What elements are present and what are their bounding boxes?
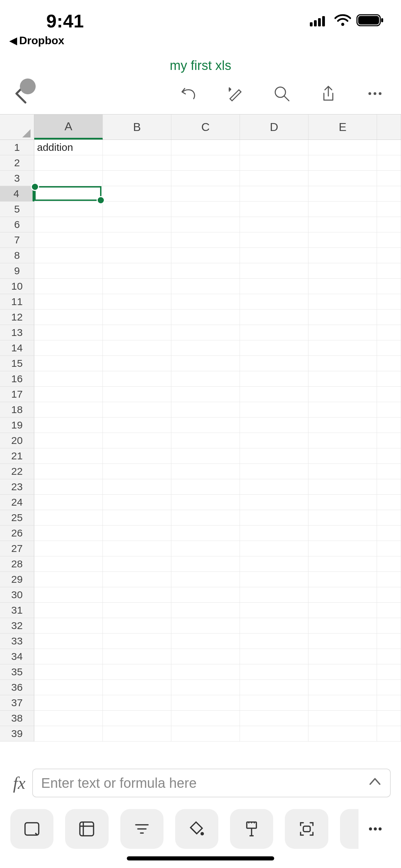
cell[interactable] [171,433,240,448]
cell[interactable] [34,171,103,186]
cell[interactable] [377,186,401,202]
cell[interactable] [171,248,240,263]
row-header[interactable]: 1 [0,140,34,155]
row-header[interactable]: 39 [0,726,34,742]
cell[interactable] [308,664,377,680]
cell[interactable] [308,711,377,726]
cell[interactable] [34,433,103,448]
cell[interactable] [377,371,401,387]
grid-rows[interactable]: 1addition2345678910111213141516171819202… [0,140,401,742]
cell[interactable] [103,325,171,340]
cell[interactable] [308,140,377,155]
cell[interactable] [103,695,171,711]
cell[interactable] [171,526,240,541]
scan-button[interactable] [285,809,328,849]
cell[interactable] [103,680,171,695]
cell[interactable] [34,572,103,587]
row-header[interactable]: 5 [0,202,34,217]
cell[interactable] [240,726,308,742]
spreadsheet-grid[interactable]: ABCDE 1addition2345678910111213141516171… [0,114,401,764]
row-header[interactable]: 4 [0,186,34,202]
cell[interactable] [171,680,240,695]
cell[interactable] [377,140,401,155]
column-header[interactable]: B [103,114,171,140]
cell[interactable] [34,479,103,495]
cell[interactable] [34,618,103,634]
cell[interactable] [240,649,308,664]
row-header[interactable]: 10 [0,279,34,294]
cell[interactable] [240,263,308,279]
cell[interactable] [103,649,171,664]
row-header[interactable]: 11 [0,294,34,310]
cell[interactable] [171,618,240,634]
cell[interactable] [34,356,103,371]
cell[interactable] [377,479,401,495]
cell[interactable] [240,556,308,572]
cell[interactable] [377,356,401,371]
cell[interactable] [171,649,240,664]
cell[interactable] [103,510,171,526]
cell[interactable] [171,418,240,433]
row-header[interactable]: 27 [0,541,34,556]
row-header[interactable]: 12 [0,310,34,325]
cell[interactable] [103,387,171,402]
cell[interactable] [171,664,240,680]
search-button[interactable] [272,84,291,103]
cell[interactable] [377,680,401,695]
cell[interactable] [377,263,401,279]
cell[interactable] [240,618,308,634]
cell[interactable] [240,294,308,310]
cell[interactable] [377,649,401,664]
cell[interactable] [377,556,401,572]
cell[interactable] [171,495,240,510]
cell[interactable] [308,526,377,541]
cell[interactable] [308,541,377,556]
cell[interactable] [308,433,377,448]
row-header[interactable]: 25 [0,510,34,526]
cell[interactable] [240,371,308,387]
cell[interactable] [34,294,103,310]
cell[interactable] [308,695,377,711]
row-header[interactable]: 9 [0,263,34,279]
home-indicator[interactable] [127,856,274,860]
cell[interactable] [34,310,103,325]
cell[interactable] [34,603,103,618]
cell[interactable] [34,340,103,356]
column-header[interactable]: A [34,114,103,140]
cell[interactable] [377,603,401,618]
cell[interactable] [103,464,171,479]
cell[interactable] [171,572,240,587]
cell[interactable] [34,711,103,726]
cell[interactable] [171,464,240,479]
cell[interactable] [103,541,171,556]
cell[interactable] [377,526,401,541]
row-header[interactable]: 23 [0,479,34,495]
row-header[interactable]: 30 [0,587,34,603]
cell[interactable] [103,433,171,448]
cell[interactable] [103,587,171,603]
cell[interactable] [34,464,103,479]
cell[interactable] [103,202,171,217]
cell[interactable] [377,232,401,248]
cell[interactable] [171,603,240,618]
cell[interactable] [34,186,103,202]
row-header[interactable]: 15 [0,356,34,371]
cell[interactable] [240,232,308,248]
cell[interactable] [171,186,240,202]
cell[interactable] [377,433,401,448]
column-headers[interactable]: ABCDE [0,114,401,140]
cell[interactable] [34,279,103,294]
cell[interactable] [308,217,377,232]
cell[interactable] [171,356,240,371]
cell[interactable] [377,217,401,232]
cell[interactable] [240,634,308,649]
filter-button[interactable] [120,809,163,849]
cell[interactable] [240,680,308,695]
cell[interactable] [240,140,308,155]
cell[interactable] [171,402,240,418]
cell[interactable] [103,711,171,726]
cell[interactable] [240,587,308,603]
cell[interactable] [308,387,377,402]
row-header[interactable]: 20 [0,433,34,448]
cell[interactable] [171,711,240,726]
